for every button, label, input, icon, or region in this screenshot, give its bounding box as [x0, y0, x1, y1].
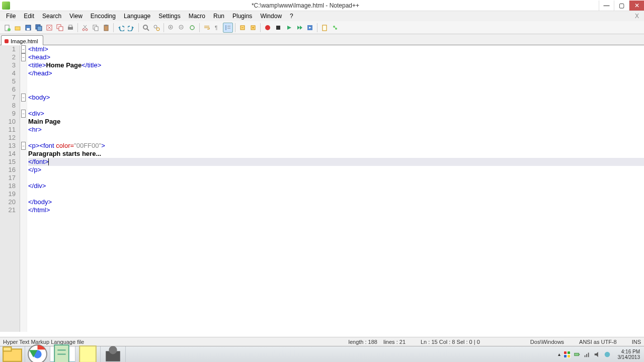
code-line[interactable]: </p>: [28, 166, 644, 174]
menu-language[interactable]: Language: [120, 12, 154, 21]
toolbar-open-file-icon[interactable]: [13, 23, 23, 33]
code-line[interactable]: [28, 134, 644, 142]
svg-point-14: [83, 29, 85, 31]
toolbar-wordwrap-icon[interactable]: [202, 23, 212, 33]
line-number: 15: [0, 158, 16, 166]
toolbar-save-all-icon[interactable]: [34, 23, 44, 33]
taskbar-chrome[interactable]: [25, 346, 50, 363]
toolbar-redo-icon[interactable]: [126, 23, 136, 33]
toolbar-function-list-icon[interactable]: [330, 23, 340, 33]
close-doc-button[interactable]: X: [632, 13, 642, 20]
tray-app-icon[interactable]: [604, 351, 611, 358]
svg-line-54: [334, 27, 336, 29]
toolbar-zoom-out-icon[interactable]: [177, 23, 187, 33]
toolbar-print-icon[interactable]: [65, 23, 75, 33]
toolbar-fold-all-icon[interactable]: [237, 23, 248, 33]
app-icon: [2, 2, 10, 10]
toolbar-save-macro-icon[interactable]: [305, 23, 315, 33]
taskbar: ▴ 4:16 PM 3/14/2013: [0, 346, 644, 362]
fold-toggle[interactable]: −: [21, 53, 26, 61]
code-line[interactable]: </html>: [28, 206, 644, 214]
code-line[interactable]: </body>: [28, 198, 644, 206]
taskbar-clock[interactable]: 4:16 PM 3/14/2013: [618, 349, 640, 360]
minimize-button[interactable]: —: [599, 1, 614, 11]
tray-flag-icon[interactable]: [564, 351, 571, 358]
svg-marker-22: [118, 26, 120, 29]
toolbar-unfold-all-icon[interactable]: [248, 23, 258, 33]
maximize-button[interactable]: ▢: [614, 1, 629, 11]
editor[interactable]: 123456789101112131415161718192021 −−−−− …: [0, 45, 644, 332]
toolbar-replace-icon[interactable]: [151, 23, 162, 33]
menu-plugins[interactable]: Plugins: [228, 12, 256, 21]
fold-toggle[interactable]: −: [21, 45, 26, 53]
menu-settings[interactable]: Settings: [154, 12, 184, 21]
toolbar-show-all-icon[interactable]: ¶: [212, 23, 222, 33]
taskbar-notepadpp[interactable]: [50, 346, 75, 363]
svg-rect-21: [105, 25, 107, 26]
taskbar-sticky[interactable]: [75, 346, 101, 363]
toolbar-undo-icon[interactable]: [116, 23, 126, 33]
menu-search[interactable]: Search: [38, 12, 65, 21]
code-line[interactable]: <hr>: [28, 126, 644, 134]
fold-toggle[interactable]: −: [21, 110, 26, 118]
toolbar-copy-icon[interactable]: [91, 23, 101, 33]
line-number: 9: [0, 110, 16, 118]
code-line[interactable]: <title>Home Page</title>: [28, 61, 644, 69]
toolbar-play-multi-icon[interactable]: [294, 23, 304, 33]
menu-run[interactable]: Run: [209, 12, 228, 21]
menu-macro[interactable]: Macro: [185, 12, 209, 21]
toolbar-cut-icon[interactable]: [80, 23, 90, 33]
code-line[interactable]: <html>: [28, 45, 644, 53]
code-line[interactable]: Main Page: [28, 118, 644, 126]
code-area[interactable]: <html><head><title>Home Page</title></he…: [27, 45, 644, 332]
taskbar-wamp[interactable]: [101, 346, 126, 363]
code-line[interactable]: <head>: [28, 53, 644, 61]
tray-network-icon[interactable]: [584, 351, 591, 358]
menu-help[interactable]: ?: [286, 12, 297, 21]
toolbar-play-macro-icon[interactable]: [284, 23, 294, 33]
code-line[interactable]: </font>: [28, 158, 644, 166]
line-number: 7: [0, 94, 16, 102]
menu-encoding[interactable]: Encoding: [87, 12, 120, 21]
code-line[interactable]: <p><font color="00FF00">: [28, 142, 644, 150]
svg-rect-4: [27, 28, 30, 30]
tray-power-icon[interactable]: [574, 351, 581, 358]
close-button[interactable]: ✕: [629, 1, 644, 11]
code-line[interactable]: <div>: [28, 110, 644, 118]
toolbar-save-icon[interactable]: [23, 23, 33, 33]
tray-chevron-icon[interactable]: ▴: [558, 351, 560, 357]
unsaved-indicator-icon: [5, 39, 9, 43]
menu-file[interactable]: File: [2, 12, 20, 21]
menu-edit[interactable]: Edit: [20, 12, 38, 21]
toolbar-doc-map-icon[interactable]: [319, 23, 330, 33]
code-line[interactable]: </head>: [28, 69, 644, 77]
code-line[interactable]: [28, 190, 644, 198]
code-line[interactable]: Paragraph starts here...: [28, 150, 644, 158]
tab-image-html[interactable]: Image.html: [1, 35, 43, 45]
code-line[interactable]: [28, 174, 644, 182]
taskbar-explorer[interactable]: [0, 346, 25, 363]
code-line[interactable]: [28, 102, 644, 110]
fold-toggle[interactable]: −: [21, 142, 26, 150]
menu-view[interactable]: View: [65, 12, 87, 21]
code-line[interactable]: <body>: [28, 94, 644, 102]
toolbar-sync-icon[interactable]: [187, 23, 197, 33]
code-line[interactable]: [28, 85, 644, 94]
toolbar-indent-guide-icon[interactable]: [223, 23, 233, 33]
line-number: 6: [0, 85, 16, 94]
fold-toggle[interactable]: −: [21, 94, 26, 102]
toolbar: ¶: [0, 21, 644, 34]
toolbar-close-icon[interactable]: [44, 23, 54, 33]
toolbar-record-macro-icon[interactable]: [263, 23, 273, 33]
line-number: 14: [0, 150, 16, 158]
toolbar-find-icon[interactable]: [141, 23, 151, 33]
code-line[interactable]: </div>: [28, 182, 644, 190]
toolbar-new-file-icon[interactable]: [2, 23, 12, 33]
toolbar-close-all-icon[interactable]: [55, 23, 65, 33]
toolbar-paste-icon[interactable]: [101, 23, 111, 33]
toolbar-stop-macro-icon[interactable]: [273, 23, 283, 33]
toolbar-zoom-in-icon[interactable]: [166, 23, 176, 33]
code-line[interactable]: [28, 77, 644, 85]
tray-volume-icon[interactable]: [594, 351, 601, 358]
menu-window[interactable]: Window: [256, 12, 286, 21]
